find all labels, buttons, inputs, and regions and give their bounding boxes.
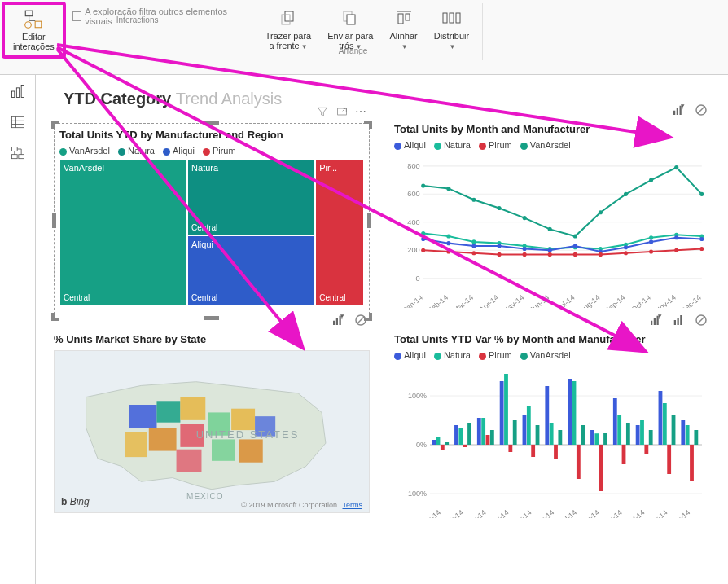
svg-rect-26 (677, 108, 678, 115)
svg-text:-100%: -100% (406, 490, 427, 498)
page-title-main: YTD Category (64, 90, 171, 108)
svg-text:May-14: May-14 (509, 508, 533, 518)
svg-point-81 (548, 252, 552, 257)
svg-text:Dec-14: Dec-14 (679, 293, 703, 308)
treemap-region-label: Central (64, 293, 90, 302)
chart-title: Total Units by Month and Manufacturer (394, 123, 710, 135)
svg-rect-100 (333, 321, 335, 325)
treemap-cell-label: Aliqui (191, 239, 213, 249)
svg-rect-183 (663, 403, 667, 445)
interaction-filter-icon[interactable] (647, 312, 664, 328)
svg-point-85 (649, 249, 653, 253)
chart-legend: Aliqui Natura Pirum VanArsdel (394, 350, 710, 360)
svg-rect-155 (536, 425, 540, 445)
svg-point-41 (446, 187, 450, 191)
svg-point-75 (699, 237, 704, 241)
legend-item: Pirum (213, 146, 236, 156)
svg-point-49 (649, 178, 653, 182)
interaction-none-icon[interactable] (692, 102, 710, 118)
more-options-icon[interactable]: ⋯ (354, 104, 369, 119)
interaction-highlight-icon[interactable] (669, 312, 687, 328)
visual-map[interactable]: % Units Market Share by State (54, 333, 370, 545)
resize-handle[interactable] (52, 213, 56, 228)
svg-point-64 (421, 237, 425, 241)
svg-line-29 (698, 107, 705, 114)
resize-handle[interactable] (204, 316, 219, 320)
resize-handle[interactable] (51, 121, 59, 129)
svg-text:Mar-14: Mar-14 (465, 508, 488, 518)
interaction-filter-icon[interactable] (669, 102, 687, 118)
svg-rect-157 (545, 386, 549, 445)
svg-rect-142 (477, 418, 481, 445)
svg-point-74 (674, 235, 678, 239)
svg-rect-116 (125, 432, 147, 457)
svg-rect-24 (338, 108, 347, 115)
line-chart-svg: 0200400600800Jan-14Feb-14Mar-14Apr-14May… (394, 153, 710, 308)
svg-text:Sep-14: Sep-14 (600, 508, 624, 518)
model-view-icon[interactable] (10, 145, 26, 161)
svg-line-125 (698, 317, 705, 324)
ribbon-group-arrange-label: Arrange (339, 46, 368, 55)
svg-rect-167 (590, 430, 594, 445)
legend-item: Pirum (489, 140, 512, 150)
svg-rect-169 (599, 445, 603, 491)
svg-rect-133 (436, 437, 441, 445)
chart-legend: Aliqui Natura Pirum VanArsdel (394, 140, 710, 150)
svg-text:Sep-14: Sep-14 (603, 293, 627, 308)
svg-rect-147 (500, 381, 504, 445)
align-icon (393, 7, 415, 29)
focus-mode-icon[interactable] (335, 104, 349, 119)
svg-text:Jan-14: Jan-14 (420, 508, 443, 518)
page-title-sub: Trend Analysis (176, 90, 282, 108)
svg-text:Oct-14: Oct-14 (629, 293, 652, 308)
filter-icon[interactable] (315, 104, 330, 119)
interaction-none-icon[interactable] (352, 312, 370, 328)
svg-text:Aug-14: Aug-14 (578, 293, 602, 308)
svg-rect-13 (11, 91, 14, 98)
svg-point-78 (471, 251, 476, 255)
distribute-button[interactable]: Distribuir▼ (426, 0, 477, 57)
svg-point-42 (471, 198, 476, 202)
svg-text:Feb-14: Feb-14 (442, 508, 465, 518)
svg-rect-22 (18, 155, 24, 159)
edit-interactions-button[interactable]: Editar interações (2, 2, 66, 59)
svg-text:Oct-14: Oct-14 (625, 508, 647, 518)
treemap-cell-label: Natura (191, 163, 218, 173)
svg-rect-168 (594, 433, 599, 445)
distribute-label: Distribuir (434, 31, 469, 41)
interaction-filter-icon[interactable] (329, 312, 347, 328)
svg-rect-148 (504, 374, 508, 445)
legend-item: Natura (128, 146, 155, 156)
resize-handle[interactable] (51, 313, 59, 321)
interaction-none-icon[interactable] (692, 312, 710, 328)
bring-forward-button[interactable]: Trazer para a frente▼ (257, 0, 319, 57)
svg-text:Dec-14: Dec-14 (669, 508, 692, 518)
map-body[interactable]: UNITED STATES MEXICO b Bing © 2019 Micro… (54, 350, 370, 513)
svg-rect-123 (680, 315, 682, 325)
svg-rect-173 (617, 415, 621, 445)
visual-bar-chart[interactable]: Total Units YTD Var % by Month and Manuf… (394, 333, 710, 545)
resize-handle[interactable] (367, 213, 371, 228)
align-button[interactable]: Alinhar▼ (381, 0, 425, 57)
bar-chart-svg: -100%0%100%Jan-14Feb-14Mar-14Apr-14May-1… (394, 363, 710, 518)
page-title: YTD Category Trend Analysis (64, 90, 718, 108)
svg-point-53 (446, 234, 450, 238)
visual-header: ⋯ (315, 104, 369, 119)
svg-rect-140 (467, 423, 471, 445)
visual-line-chart[interactable]: Total Units by Month and Manufacturer Al… (394, 123, 710, 318)
svg-rect-145 (490, 430, 494, 445)
svg-point-72 (624, 245, 628, 249)
report-view-icon[interactable] (10, 83, 26, 99)
svg-text:Apr-14: Apr-14 (478, 293, 501, 308)
map-mexico-label: MEXICO (186, 492, 223, 501)
svg-point-66 (471, 244, 476, 248)
svg-rect-189 (690, 445, 694, 481)
resize-handle[interactable] (364, 121, 372, 129)
map-terms-link[interactable]: Terms (343, 501, 363, 509)
data-view-icon[interactable] (10, 114, 26, 130)
left-nav-rail (0, 75, 36, 584)
resize-handle[interactable] (204, 121, 219, 125)
legend-item: VanArsdel (530, 350, 571, 360)
visual-treemap[interactable]: ⋯ Total Units YTD by Manufacturer and Re… (54, 123, 370, 318)
checkbox-icon (72, 11, 81, 21)
